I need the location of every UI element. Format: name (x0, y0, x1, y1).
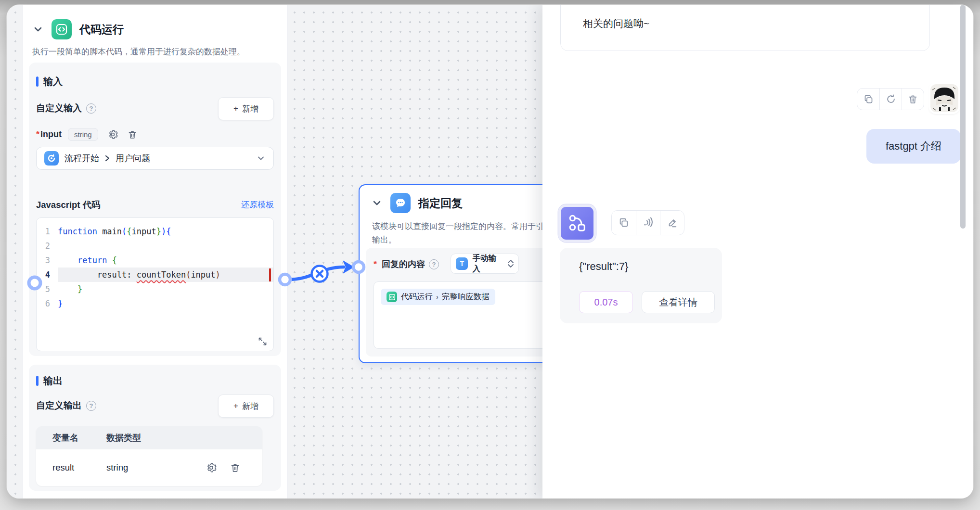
target-handle[interactable] (353, 262, 364, 272)
js-code-label: Javascript 代码 (36, 199, 101, 211)
duration-badge: 0.07s (579, 291, 633, 313)
code-editor[interactable]: 1function main({input}){23 return {4 res… (36, 217, 274, 351)
add-output-button[interactable]: + 新增 (218, 395, 274, 418)
chevron-down-icon[interactable] (32, 24, 44, 35)
copy-icon[interactable] (857, 89, 879, 110)
code-line: 2 (37, 239, 273, 253)
reply-content-label: 回复的内容 (382, 258, 425, 270)
node-description: 执行一段简单的脚本代码，通常用于进行复杂的数据处理。 (32, 45, 275, 59)
plus-icon: + (233, 401, 238, 411)
node-title: 代码运行 (79, 22, 124, 37)
code-node-icon (387, 292, 397, 302)
source-node: 流程开始 (64, 153, 99, 164)
bot-response-card: {"result":7} 0.07s 查看详情 (560, 248, 722, 323)
code-line: 6} (37, 296, 273, 311)
custom-output-row: 自定义输出 ? (36, 399, 96, 412)
bot-message-toolbar (611, 210, 684, 235)
chat-node-icon (390, 193, 411, 213)
custom-input-label: 自定义输入 (36, 102, 82, 115)
custom-output-label: 自定义输出 (36, 399, 82, 412)
user-message-bubble: fastgpt 介绍 (866, 129, 961, 164)
tag-separator: › (436, 293, 438, 301)
node-title: 指定回复 (418, 196, 463, 211)
desc-line-1: 该模块可以直接回复一段指定的内容。常用于引 (372, 222, 544, 231)
required-mark: * (36, 129, 39, 140)
app-window: 代码运行 执行一段简单的脚本代码，通常用于进行复杂的数据处理。 输入 自定义输入… (7, 5, 973, 498)
settings-icon[interactable] (206, 462, 217, 473)
input-mode-select[interactable]: T 手动输入 (451, 254, 519, 274)
assistant-message-text: 相关的问题呦~ (583, 17, 649, 30)
section-bar (36, 376, 39, 386)
resize-handle[interactable] (266, 345, 274, 351)
output-section-title: 输出 (43, 374, 63, 387)
reset-template-link[interactable]: 还原模板 (241, 199, 274, 210)
js-code-row: Javascript 代码 还原模板 (36, 199, 274, 211)
manual-input-icon: T (456, 257, 468, 270)
output-section-head: 输出 (36, 374, 63, 387)
view-details-button[interactable]: 查看详情 (642, 291, 715, 313)
code-lines: 1function main({input}){23 return {4 res… (37, 224, 273, 311)
add-input-label: 新增 (242, 103, 258, 115)
source-path: 流程开始 用户问题 (64, 153, 150, 164)
user-message-toolbar (857, 88, 924, 110)
flow-start-icon (44, 151, 59, 166)
tag-node-name: 代码运行 (401, 292, 433, 302)
bot-avatar[interactable] (558, 204, 596, 242)
mode-label: 手动输入 (472, 253, 503, 274)
help-icon[interactable]: ? (86, 401, 96, 411)
delete-icon[interactable] (902, 89, 924, 110)
section-bar (36, 76, 39, 87)
disconnect-icon[interactable] (312, 266, 328, 282)
retry-icon[interactable] (879, 89, 902, 110)
table-header-row: 变量名 数据类型 (36, 426, 262, 449)
chat-scrollbar[interactable] (960, 5, 966, 229)
desc-line-2: 输出。 (372, 235, 397, 244)
variable-tag[interactable]: 代码运行 › 完整响应数据 (381, 289, 495, 305)
col-data-type: 数据类型 (106, 432, 262, 444)
chevron-down-icon (256, 153, 266, 163)
input-section-title: 输入 (43, 75, 63, 88)
delete-icon[interactable] (128, 129, 137, 140)
workflow-icon (567, 213, 587, 233)
input-source-select[interactable]: 流程开始 用户问题 (36, 147, 274, 170)
row-variable-name: result (36, 462, 106, 473)
input-field-name: input (40, 129, 62, 140)
col-variable-name: 变量名 (36, 432, 106, 444)
copy-icon[interactable] (612, 211, 636, 235)
code-line: 5 } (37, 282, 273, 296)
result-text: {"result":7} (579, 260, 628, 273)
custom-input-row: 自定义输入 ? (36, 102, 96, 115)
code-line: 3 return { (37, 253, 273, 268)
input-type-tag: string (68, 128, 98, 141)
updown-chevron-icon (508, 260, 514, 268)
help-icon[interactable]: ? (429, 259, 439, 269)
panel-input-handle[interactable] (29, 277, 40, 289)
chat-panel: 相关的问题呦~ fastgpt 介绍 (542, 5, 973, 498)
table-row: result string (36, 449, 262, 486)
user-avatar (930, 84, 958, 112)
input-field-row: * input string (36, 128, 137, 141)
chevron-down-icon[interactable] (371, 197, 383, 209)
help-icon[interactable]: ? (86, 103, 96, 114)
code-node-icon (52, 19, 72, 39)
tag-field-name: 完整响应数据 (442, 292, 490, 302)
output-table: 变量名 数据类型 result string (36, 426, 262, 486)
breadcrumb-arrow-icon (104, 155, 111, 162)
settings-icon[interactable] (108, 129, 118, 140)
error-overview-mark (269, 268, 271, 281)
output-card: 输出 自定义输出 ? + 新增 变量名 数据类型 result string (29, 365, 281, 491)
add-output-label: 新增 (242, 401, 258, 412)
reply-label-row: * 回复的内容 ? (374, 258, 439, 270)
edit-icon[interactable] (660, 211, 684, 235)
expand-icon[interactable] (258, 336, 268, 346)
read-aloud-icon[interactable] (636, 211, 660, 235)
input-card: 输入 自定义输入 ? + 新增 * input string (29, 63, 281, 356)
delete-icon[interactable] (230, 462, 240, 473)
code-run-node-header: 代码运行 (32, 19, 124, 39)
assistant-message-card: 相关的问题呦~ (560, 5, 930, 51)
plus-icon: + (233, 104, 238, 114)
source-handle[interactable] (280, 274, 290, 285)
input-section-head: 输入 (36, 75, 63, 88)
add-input-button[interactable]: + 新增 (218, 97, 274, 120)
required-mark: * (374, 259, 377, 269)
